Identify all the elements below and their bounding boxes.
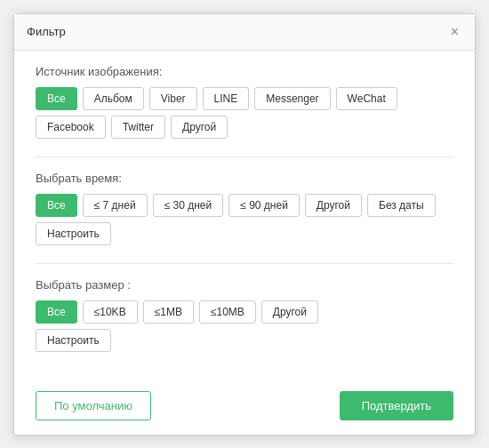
- time-section: Выбрать время: Все ≤ 7 дней ≤ 30 дней ≤ …: [36, 172, 453, 245]
- time-btn-90days[interactable]: ≤ 90 дней: [228, 194, 300, 217]
- size-btn-group: Все ≤10KB ≤1MB ≤10MB Другой: [36, 300, 453, 324]
- source-btn-group: Все Альбом Viber LINE Messenger WeChat F…: [36, 87, 453, 139]
- source-label: Источник изображения:: [36, 65, 453, 78]
- divider-2: [36, 263, 453, 264]
- close-button[interactable]: ×: [447, 23, 462, 41]
- size-btn-10kb[interactable]: ≤10KB: [83, 300, 138, 324]
- source-btn-all[interactable]: Все: [36, 87, 77, 110]
- time-label: Выбрать время:: [36, 172, 453, 185]
- source-btn-messenger[interactable]: Messenger: [254, 87, 330, 110]
- divider-1: [36, 156, 453, 157]
- source-btn-line[interactable]: LINE: [203, 87, 250, 110]
- dialog-title: Фильтр: [27, 25, 66, 38]
- size-configure-btn[interactable]: Настроить: [36, 329, 111, 352]
- source-btn-facebook[interactable]: Facebook: [36, 116, 106, 139]
- time-configure-btn[interactable]: Настроить: [36, 222, 111, 245]
- size-btn-all[interactable]: Все: [36, 300, 77, 324]
- dialog-footer: По умолчанию Подтвердить: [14, 380, 475, 435]
- dialog-body: Источник изображения: Все Альбом Viber L…: [14, 51, 475, 380]
- time-btn-all[interactable]: Все: [36, 194, 77, 217]
- size-configure-group: Настроить: [36, 329, 453, 352]
- source-btn-other[interactable]: Другой: [171, 116, 228, 139]
- size-btn-10mb[interactable]: ≤10MB: [199, 300, 256, 324]
- source-btn-wechat[interactable]: WeChat: [336, 87, 397, 110]
- confirm-button[interactable]: Подтвердить: [340, 391, 453, 420]
- source-btn-album[interactable]: Альбом: [83, 87, 144, 110]
- dialog-header: Фильтр ×: [14, 14, 475, 51]
- filter-dialog: Фильтр × Источник изображения: Все Альбо…: [13, 13, 476, 436]
- source-btn-viber[interactable]: Viber: [149, 87, 197, 110]
- source-section: Источник изображения: Все Альбом Viber L…: [36, 65, 453, 139]
- time-btn-7days[interactable]: ≤ 7 дней: [83, 194, 148, 217]
- size-btn-other[interactable]: Другой: [261, 300, 318, 324]
- default-button[interactable]: По умолчанию: [36, 391, 151, 420]
- time-configure-group: Настроить: [36, 222, 453, 245]
- size-section: Выбрать размер : Все ≤10KB ≤1MB ≤10MB Др…: [36, 278, 453, 352]
- size-btn-1mb[interactable]: ≤1MB: [143, 300, 194, 324]
- time-btn-30days[interactable]: ≤ 30 дней: [153, 194, 224, 217]
- time-btn-other[interactable]: Другой: [305, 194, 362, 217]
- time-btn-group: Все ≤ 7 дней ≤ 30 дней ≤ 90 дней Другой …: [36, 194, 453, 217]
- size-label: Выбрать размер :: [36, 278, 453, 292]
- source-btn-twitter[interactable]: Twitter: [111, 116, 165, 139]
- time-btn-nodate[interactable]: Без даты: [367, 194, 436, 217]
